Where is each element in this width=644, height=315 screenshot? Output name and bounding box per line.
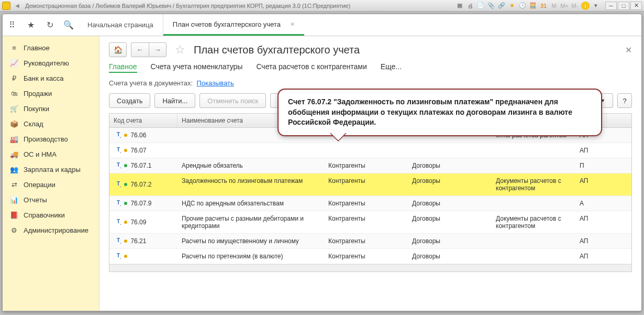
table-row[interactable]: T.76.21Расчеты по имущественному и лично… [109,234,631,249]
sidebar-item-5[interactable]: 📦Склад [3,116,99,132]
sidebar-label: Производство [24,135,68,143]
tab-close-icon[interactable]: ✕ [290,21,295,28]
find-button[interactable]: Найти... [154,93,195,108]
sidebar-icon: 📕 [9,211,19,219]
table-row[interactable]: T.76.07АП [109,143,631,158]
sidebar-icon: ₽ [9,74,19,82]
sidebar-item-10[interactable]: 📊Отчеты [3,192,99,208]
sidebar-item-1[interactable]: 📈Руководителю [3,56,99,71]
doc-accounts-line: Счета учета в документах: Показывать [109,79,632,87]
history-icon[interactable]: 🕓 [518,2,527,10]
cell-s3 [492,143,575,158]
cell-vid: АП [575,143,607,158]
mminus-icon[interactable]: M- [571,2,579,10]
clip-icon[interactable]: 📎 [487,2,495,10]
docline-link[interactable]: Показывать [196,79,234,87]
table-row[interactable]: T.76.07.1Арендные обязательКонтрагентыДо… [109,158,631,173]
calendar-icon[interactable]: 31 [539,2,548,10]
search-icon[interactable]: 🔍 [59,14,78,36]
doc-icon[interactable]: 📄 [476,2,485,10]
sidebar-item-11[interactable]: 📕Справочники [3,208,99,223]
page-title: План счетов бухгалтерского учета [194,44,360,56]
account-type-icon: T. [117,181,121,188]
cell-s1: Контрагенты [324,211,408,233]
cell-vid: А [575,196,607,211]
m-icon[interactable]: M [550,2,558,10]
cancel-search-button[interactable]: Отменить поиск [199,93,266,108]
table-row[interactable]: T.76.09Прочие расчеты с разными дебитора… [109,211,631,234]
dropdown-icon[interactable]: ▾ [592,2,600,10]
sidebar-label: Зарплата и кадры [24,166,81,173]
clipboard-icon[interactable]: ↻ [40,14,59,36]
info-icon[interactable]: i [581,2,590,10]
sidebar-label: Администрирование [24,226,88,234]
sidebar-item-0[interactable]: ≡Главное [3,40,99,56]
table-body: T.76.06енты расчетов рагентомАПT.76.07АП… [109,128,631,264]
sidebar-label: Главное [24,44,50,52]
calc-icon[interactable]: 🧮 [529,2,537,10]
status-dot-icon [124,255,127,258]
table-row[interactable]: T.Расчеты по претензиям (в валюте)Контра… [109,249,631,264]
nav-back-button[interactable]: ← [131,42,149,57]
tab-home[interactable]: Начальная страница [78,14,163,36]
cell-s3 [492,234,575,248]
minimize-button[interactable]: ─ [605,2,617,10]
page-close-icon[interactable]: ✕ [625,45,632,55]
sidebar-item-8[interactable]: 👥Зарплата и кадры [3,162,99,177]
subtab-nomen[interactable]: Счета учета номенклатуры [151,62,243,73]
cell-name: Задолженность по лизинговым платежам [177,173,324,195]
tab-chart-of-accounts[interactable]: План счетов бухгалтерского учета ✕ [163,14,304,36]
cell-code: 76.07 [130,147,146,154]
sidebar-item-7[interactable]: 🚚ОС и НМА [3,147,99,162]
nav-fwd-button[interactable]: → [149,42,166,57]
status-dot-icon [124,221,127,224]
sidebar-icon: ≡ [9,44,19,52]
cell-s3 [492,249,575,264]
cell-name: Прочие расчеты с разными дебиторами и кр… [177,211,324,233]
account-type-icon: T. [117,253,121,260]
cell-code: 76.07.1 [130,162,151,169]
grid-icon[interactable]: ▦ [456,2,464,10]
mplus-icon[interactable]: M+ [560,2,569,10]
sidebar-item-4[interactable]: 🛒Покупки [3,101,99,116]
cell-vid: П [575,158,607,173]
star-nav-icon[interactable]: ★ [21,14,40,36]
back-icon[interactable]: ◄ [13,2,22,10]
sidebar-item-2[interactable]: ₽Банк и касса [3,71,99,86]
sidebar-item-6[interactable]: 🏭Производство [3,132,99,147]
status-dot-icon [124,202,127,205]
table-row[interactable]: T.76.07.2Задолженность по лизинговым пла… [109,173,631,196]
cell-s2: Договоры [408,211,492,233]
cell-s3 [492,158,575,173]
sidebar-item-12[interactable]: ⚙Администрирование [3,223,99,238]
subtab-main[interactable]: Главное [109,62,137,73]
subtab-contr[interactable]: Счета расчетов с контрагентами [256,62,367,73]
favorite-star-icon[interactable]: ☆ [175,43,185,57]
topbar: ⠿ ★ ↻ 🔍 Начальная страница План счетов б… [3,14,641,36]
home-button[interactable]: 🏠 [109,42,127,57]
cell-s1: Контрагенты [324,196,408,211]
link-icon[interactable]: 🔗 [497,2,506,10]
app-logo-icon [2,2,10,10]
titlebar-icons: ▦ 🖨 📄 📎 🔗 ★ 🕓 🧮 31 M M+ M- i ▾ [456,2,600,10]
table-row[interactable]: T.76.07.9НДС по арендным обязательствамК… [109,196,631,211]
star-icon[interactable]: ★ [508,2,516,10]
scrollbar[interactable] [109,264,631,271]
col-code[interactable]: Код счета [109,114,177,127]
sidebar-item-3[interactable]: 🛍Продажи [3,86,99,101]
window-buttons: ─ □ ✕ [605,2,642,10]
apps-icon[interactable]: ⠿ [3,14,21,36]
maximize-button[interactable]: □ [618,2,629,10]
subtab-more[interactable]: Еще... [381,62,402,73]
print-icon[interactable]: 🖨 [466,2,474,10]
sidebar-label: Склад [24,120,43,128]
close-button[interactable]: ✕ [630,2,642,10]
create-button[interactable]: Создать [109,93,150,108]
account-type-icon: T. [117,219,121,226]
sidebar-icon: 🛒 [9,105,19,113]
tab-label: План счетов бухгалтерского учета [173,20,281,28]
cell-s1: Контрагенты [324,234,408,248]
help-button[interactable]: ? [617,93,632,108]
sidebar-item-9[interactable]: ⇄Операции [3,177,99,192]
sidebar-icon: 🛍 [9,90,19,97]
